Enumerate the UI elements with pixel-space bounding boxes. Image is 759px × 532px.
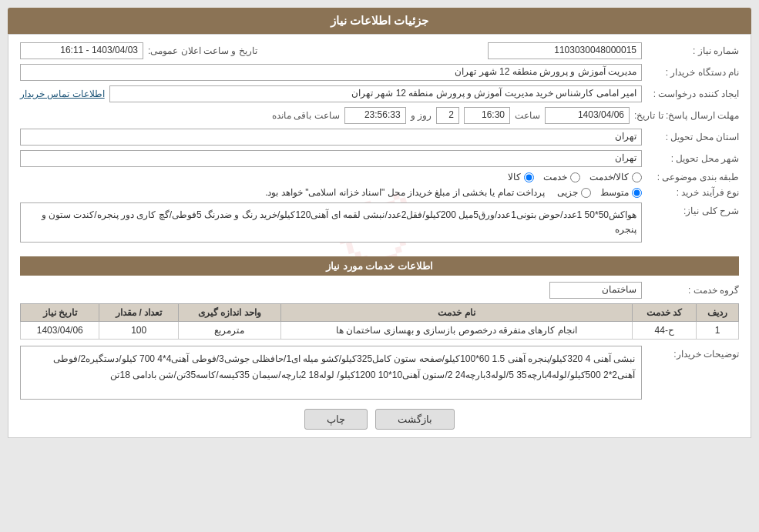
purchase-type-label-motavasset: متوسط [600, 187, 629, 198]
purchase-type-option-motavasset[interactable]: متوسط [600, 187, 642, 198]
category-radio-kala[interactable] [524, 172, 534, 182]
city-row: شهر محل تحویل : تهران [20, 150, 739, 167]
service-group-value: ساختمان [549, 282, 642, 299]
need-number-value: 1103030048000015 [488, 42, 642, 59]
table-cell-3: مترمربع [178, 322, 280, 340]
purchase-type-label: نوع فرآیند خرید : [646, 187, 739, 198]
deadline-row: مهلت ارسال پاسخ: تا تاریخ: 1403/04/06 سا… [20, 107, 739, 124]
category-label: طبقه بندی موضوعی : [646, 172, 739, 182]
deadline-remaining-label: ساعت باقی مانده [272, 110, 340, 121]
page-title: جزئیات اطلاعات نیاز [331, 14, 428, 27]
purchase-type-notice: پرداخت تمام یا بخشی از مبلغ خریداز محل "… [265, 187, 545, 198]
category-radio-group: کالا/خدمت خدمت کالا [508, 172, 642, 182]
back-button[interactable]: بازگشت [375, 409, 455, 430]
buyer-org-value: مدیریت آموزش و پرورش منطقه 12 شهر تهران [20, 64, 642, 81]
deadline-days-label: روز و [411, 110, 432, 121]
contact-link[interactable]: اطلاعات تماس خریدار [20, 89, 105, 99]
table-header-service-name: نام خدمت [280, 304, 633, 322]
category-label-kala: کالا [508, 172, 521, 182]
requester-row: ایجاد کننده درخواست : امیر امامی کارشناس… [20, 85, 739, 102]
deadline-date: 1403/04/06 [545, 107, 630, 124]
table-header-date: تاریخ نیاز [21, 304, 99, 322]
province-label: استان محل تحویل : [646, 132, 739, 142]
purchase-type-radio-jozi[interactable] [581, 188, 591, 198]
buyer-comments-row: توضیحات خریدار: نبشی آهنی 4 320کیلو/پنجر… [20, 346, 739, 400]
table-cell-5: 1403/04/06 [21, 322, 99, 340]
category-option-kala-khadamat[interactable]: کالا/خدمت [589, 172, 642, 182]
category-radio-kala-khadamat[interactable] [632, 172, 642, 182]
reply-deadline-label: مهلت ارسال پاسخ: تا تاریخ: [634, 110, 739, 121]
requester-value: امیر امامی کارشناس خرید مدیریت آموزش و پ… [109, 85, 642, 102]
purchase-type-row: نوع فرآیند خرید : متوسط جزیی پرداخت تمام… [20, 187, 739, 198]
page-header: جزئیات اطلاعات نیاز [8, 8, 751, 34]
need-desc-row: شرح کلی نیاز: هواکش50*50 1عدد/حوض بتونی1… [20, 202, 739, 249]
table-header-rownum: ردیف [697, 304, 739, 322]
service-group-row: گروه خدمت : ساختمان [20, 282, 739, 299]
city-value: تهران [20, 150, 642, 167]
table-header-code: کد خدمت [633, 304, 697, 322]
need-desc-label: شرح کلی نیاز: [646, 202, 739, 216]
services-table: ردیف کد خدمت نام خدمت واحد اندازه گیری ت… [20, 303, 739, 340]
province-row: استان محل تحویل : تهران [20, 129, 739, 146]
bottom-buttons-row: بازگشت چاپ [20, 409, 739, 430]
category-radio-khadamat[interactable] [570, 172, 580, 182]
purchase-type-label-jozi: جزیی [557, 187, 578, 198]
table-header-unit: واحد اندازه گیری [178, 304, 280, 322]
province-value: تهران [20, 129, 642, 146]
deadline-remaining: 23:56:33 [344, 107, 406, 124]
table-row: 1ح-44انجام کارهای متفرقه درخصوص بازسازی … [21, 322, 739, 340]
pub-date-value: 1403/04/03 - 16:11 [20, 42, 143, 59]
city-label: شهر محل تحویل : [646, 153, 739, 164]
need-number-row: شماره نیاز : 1103030048000015 تاریخ و سا… [20, 42, 739, 59]
buyer-org-row: نام دستگاه خریدار : مدیریت آموزش و پرورش… [20, 64, 739, 81]
category-row: طبقه بندی موضوعی : کالا/خدمت خدمت کالا [20, 172, 739, 182]
deadline-days: 2 [436, 107, 459, 124]
pub-date-label: تاریخ و ساعت اعلان عمومی: [148, 45, 257, 56]
purchase-type-radio-motavasset[interactable] [632, 188, 642, 198]
category-label-kala-khadamat: کالا/خدمت [589, 172, 629, 182]
print-button[interactable]: چاپ [304, 409, 368, 430]
buyer-org-label: نام دستگاه خریدار : [646, 67, 739, 78]
need-number-label: شماره نیاز : [646, 45, 739, 56]
buyer-comments-value: نبشی آهنی 4 320کیلو/پنجره آهنی 1.5 60*10… [20, 346, 642, 400]
table-cell-0: 1 [697, 322, 739, 340]
table-header-quantity: تعداد / مقدار [99, 304, 178, 322]
category-option-khadamat[interactable]: خدمت [543, 172, 580, 182]
table-cell-4: 100 [99, 322, 178, 340]
services-section-header: اطلاعات خدمات مورد نیاز [20, 256, 739, 276]
service-group-label: گروه خدمت : [646, 285, 739, 296]
buyer-comments-label: توضیحات خریدار: [646, 346, 739, 360]
category-option-kala[interactable]: کالا [508, 172, 534, 182]
deadline-time-label: ساعت [515, 110, 540, 121]
requester-label: ایجاد کننده درخواست : [646, 89, 739, 99]
need-desc-value: هواکش50*50 1عدد/حوض بتونی1عدد/ورق5میل 20… [20, 202, 642, 243]
table-cell-2: انجام کارهای متفرقه درخصوص بازسازی و بهس… [280, 322, 633, 340]
purchase-type-radio-group: متوسط جزیی [557, 187, 642, 198]
deadline-time: 16:30 [464, 107, 510, 124]
services-table-container: ردیف کد خدمت نام خدمت واحد اندازه گیری ت… [20, 303, 739, 340]
table-cell-1: ح-44 [633, 322, 697, 340]
category-label-khadamat: خدمت [543, 172, 567, 182]
purchase-type-option-jozi[interactable]: جزیی [557, 187, 591, 198]
